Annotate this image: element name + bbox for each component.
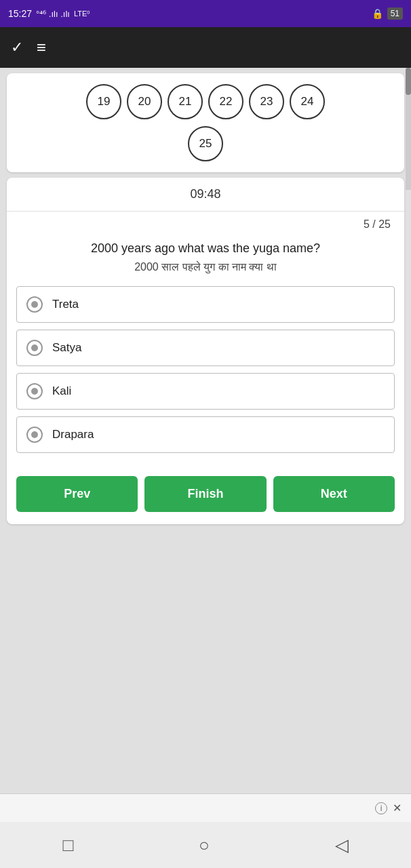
home-square-icon[interactable]: □ xyxy=(62,835,73,856)
quiz-timer: 09:48 xyxy=(7,178,404,212)
check-icon[interactable]: ✓ xyxy=(11,39,23,56)
radio-treta-inner xyxy=(31,301,38,308)
radio-satya-inner xyxy=(31,344,38,351)
number-19[interactable]: 19 xyxy=(86,84,121,119)
status-bar: 15:27 °⁴⁶ .ılı .ılı LTE⁰ 🔒 51 xyxy=(0,0,411,27)
number-row-2: 25 xyxy=(188,126,223,161)
finish-button[interactable]: Finish xyxy=(144,476,266,512)
status-time: 15:27 xyxy=(8,8,32,19)
option-kali[interactable]: Kali xyxy=(16,373,395,410)
next-button[interactable]: Next xyxy=(273,476,395,512)
ad-bar: i ✕ xyxy=(0,793,411,822)
nav-bar: ✓ ≡ xyxy=(0,27,411,68)
number-row-1: 19 20 21 22 23 24 xyxy=(86,84,325,119)
home-circle-icon[interactable]: ○ xyxy=(199,835,210,856)
option-drapara-label: Drapara xyxy=(52,428,94,441)
lock-icon: 🔒 xyxy=(372,8,383,19)
radio-kali-inner xyxy=(31,388,38,395)
quiz-card: 09:48 5 / 25 2000 years ago what was the… xyxy=(7,178,404,524)
lte-icon: LTE⁰ xyxy=(74,9,90,18)
number-21[interactable]: 21 xyxy=(168,84,203,119)
scrollbar-thumb[interactable] xyxy=(406,68,411,95)
option-treta-label: Treta xyxy=(52,298,79,311)
radio-drapara[interactable] xyxy=(26,427,43,443)
signal-icon: °⁴⁶ .ılı .ılı xyxy=(36,9,70,19)
number-25[interactable]: 25 xyxy=(188,126,223,161)
ad-close-button[interactable]: ✕ xyxy=(393,802,402,814)
radio-satya[interactable] xyxy=(26,340,43,356)
back-icon[interactable]: ◁ xyxy=(335,835,349,856)
option-drapara[interactable]: Drapara xyxy=(16,416,395,453)
question-hindi: 2000 साल पहले युग का नाम क्या था xyxy=(23,260,388,275)
option-satya[interactable]: Satya xyxy=(16,330,395,366)
status-bar-left: 15:27 °⁴⁶ .ılı .ılı LTE⁰ xyxy=(8,8,90,19)
radio-kali[interactable] xyxy=(26,383,43,399)
question-english: 2000 years ago what was the yuga name? xyxy=(23,240,388,257)
option-kali-label: Kali xyxy=(52,384,71,398)
battery-indicator: 51 xyxy=(387,7,403,20)
quiz-progress: 5 / 25 xyxy=(7,212,404,233)
number-20[interactable]: 20 xyxy=(127,84,162,119)
number-grid-card: 19 20 21 22 23 24 25 xyxy=(7,73,404,172)
options-list: Treta Satya Kali Drapara xyxy=(7,286,404,467)
number-22[interactable]: 22 xyxy=(208,84,243,119)
radio-treta[interactable] xyxy=(26,296,43,313)
option-satya-label: Satya xyxy=(52,341,81,355)
bottom-nav: □ ○ ◁ xyxy=(0,822,411,868)
number-24[interactable]: 24 xyxy=(290,84,325,119)
status-bar-right: 🔒 51 xyxy=(372,7,403,20)
scrollbar[interactable] xyxy=(406,68,411,190)
number-23[interactable]: 23 xyxy=(249,84,284,119)
quiz-question: 2000 years ago what was the yuga name? 2… xyxy=(7,233,404,286)
action-buttons: Prev Finish Next xyxy=(7,467,404,524)
prev-button[interactable]: Prev xyxy=(16,476,138,512)
option-treta[interactable]: Treta xyxy=(16,286,395,323)
hamburger-icon[interactable]: ≡ xyxy=(37,38,46,57)
radio-drapara-inner xyxy=(31,431,38,438)
ad-info-icon[interactable]: i xyxy=(375,802,387,814)
